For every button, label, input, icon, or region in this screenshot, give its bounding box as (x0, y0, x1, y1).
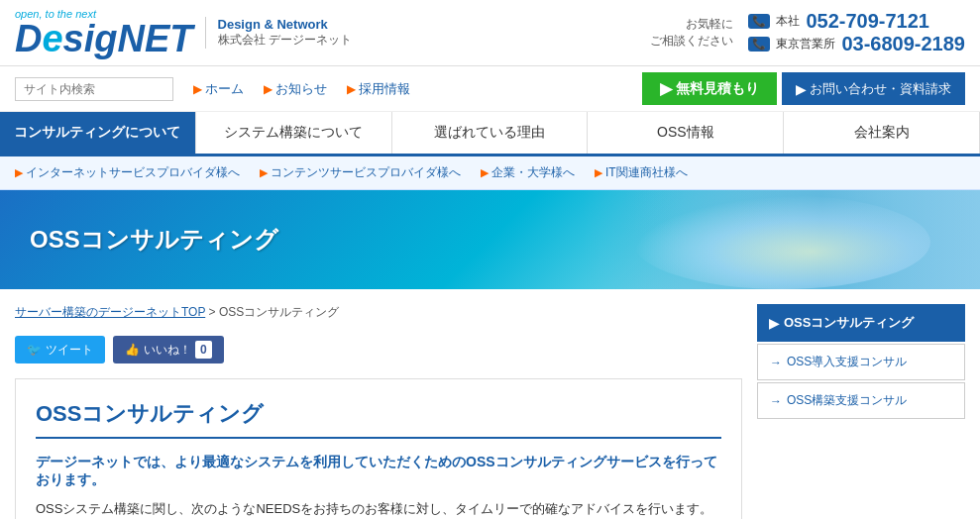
breadcrumb: サーバー構築のデージーネットTOP > OSSコンサルティング (15, 304, 742, 321)
free-quote-arrow-icon: ▶ (660, 79, 672, 98)
tokyo-label: 東京営業所 (776, 36, 835, 52)
sidebar-item-label-0: OSSコンサルティング (784, 314, 914, 332)
nav-item-oss[interactable]: OSS情報 (588, 112, 784, 154)
free-quote-button[interactable]: ▶ 無料見積もり (642, 72, 777, 105)
sub-nav-enterprise-arrow-icon: ▶ (481, 166, 489, 179)
company-name-en: Design & Network (218, 17, 352, 32)
like-count: 0 (195, 341, 212, 359)
sidebar-item-label-2: OSS構築支援コンサル (787, 392, 907, 409)
sub-nav: ▶ インターネットサービスプロバイダ様へ ▶ コンテンツサービスプロバイダ様へ … (0, 156, 980, 190)
recruit-arrow-icon: ▶ (347, 82, 356, 96)
social-buttons: 🐦 ツイート 👍 いいね！ 0 (15, 336, 742, 363)
breadcrumb-current: OSSコンサルティング (219, 305, 339, 319)
sub-nav-enterprise[interactable]: ▶ 企業・大学様へ (481, 164, 575, 181)
nav-item-system[interactable]: システム構築について (196, 112, 392, 154)
inquiry-label: お問い合わせ・資料請求 (810, 80, 951, 98)
sub-nav-isp[interactable]: ▶ インターネットサービスプロバイダ様へ (15, 164, 240, 181)
logo-area: open, to the next DesigNET Design & Netw… (15, 8, 352, 57)
main-nav: コンサルティングについて システム構築について 選ばれている理由 OSS情報 会… (0, 112, 980, 156)
news-arrow-icon: ▶ (264, 82, 272, 96)
sub-nav-isp-arrow-icon: ▶ (15, 166, 23, 179)
sub-nav-it-arrow-icon: ▶ (595, 166, 602, 179)
contact-label1: お気軽に (650, 16, 733, 33)
company-name-jp: 株式会社 デージーネット (218, 32, 352, 49)
sidebar-item-oss-build[interactable]: → OSS構築支援コンサル (757, 382, 965, 419)
sub-nav-it[interactable]: ▶ IT関連商社様へ (595, 164, 688, 181)
hq-phone: 052-709-7121 (806, 10, 929, 33)
page-header: open, to the next DesigNET Design & Netw… (0, 0, 980, 66)
nav-item-company[interactable]: 会社案内 (784, 112, 980, 154)
hero-banner: OSSコンサルティング (0, 190, 980, 289)
thumbs-up-icon: 👍 (125, 343, 140, 357)
breadcrumb-separator: > (209, 305, 219, 319)
hero-gradient (633, 190, 980, 289)
hq-row: 📞 本社 052-709-7121 (748, 10, 965, 33)
sidebar-bullet-icon: ▶ (769, 316, 779, 331)
logo-main: DesigNET (15, 20, 193, 57)
inquiry-arrow-icon: ▶ (796, 81, 807, 97)
nav-item-consulting[interactable]: コンサルティングについて (0, 112, 196, 154)
header-right: お気軽に ご相談ください 📞 本社 052-709-7121 📞 東京営業所 0… (650, 10, 965, 55)
nav-links: ▶ ホーム ▶ お知らせ ▶ 採用情報 (193, 80, 410, 98)
hq-phone-icon: 📞 (748, 14, 770, 29)
nav-item-reason[interactable]: 選ばれている理由 (392, 112, 589, 154)
sidebar-item-oss-consulting[interactable]: ▶ OSSコンサルティング (757, 304, 965, 342)
sidebar-item-label-1: OSS導入支援コンサル (787, 354, 907, 370)
hero-title: OSSコンサルティング (0, 224, 308, 256)
twitter-bird-icon: 🐦 (27, 343, 42, 357)
nav-buttons: ▶ 無料見積もり ▶ お問い合わせ・資料請求 (642, 72, 965, 105)
nav-home-label: ホーム (205, 80, 244, 98)
search-input[interactable] (15, 77, 173, 101)
nav-news[interactable]: ▶ お知らせ (264, 80, 327, 98)
content-box: OSSコンサルティング デージーネットでは、より最適なシステムを利用していただく… (15, 378, 742, 519)
like-label: いいね！ (144, 342, 191, 359)
search-nav-bar: ▶ ホーム ▶ お知らせ ▶ 採用情報 ▶ 無料見積もり ▶ お問い合わせ・資料… (0, 66, 980, 112)
sub-nav-csp-arrow-icon: ▶ (260, 166, 268, 179)
tokyo-row: 📞 東京営業所 03-6809-2189 (748, 33, 965, 55)
logo-wrap: open, to the next DesigNET (15, 8, 193, 57)
sub-nav-csp[interactable]: ▶ コンテンツサービスプロバイダ様へ (260, 164, 461, 181)
logo-company: Design & Network 株式会社 デージーネット (205, 17, 352, 49)
breadcrumb-link[interactable]: サーバー構築のデージーネットTOP (15, 305, 205, 319)
free-quote-label: 無料見積もり (676, 80, 759, 98)
logo-brand-text: DesigNET (15, 20, 193, 57)
sidebar-item-oss-intro[interactable]: → OSS導入支援コンサル (757, 344, 965, 380)
nav-home[interactable]: ▶ ホーム (193, 80, 244, 98)
like-button[interactable]: 👍 いいね！ 0 (113, 336, 224, 363)
content-description: デージーネットでは、より最適なシステムを利用していただくためのOSSコンサルティ… (36, 454, 721, 489)
sidebar-sub-arrow-icon-1: → (770, 394, 782, 408)
tokyo-phone-icon: 📞 (748, 37, 770, 52)
nav-recruit[interactable]: ▶ 採用情報 (347, 80, 410, 98)
tokyo-phone: 03-6809-2189 (841, 33, 965, 55)
content-body: OSSシステム構築に関し、次のようなNEEDSをお持ちのお客様に対し、タイムリー… (36, 499, 721, 519)
tweet-label: ツイート (46, 342, 93, 359)
contact-numbers: 📞 本社 052-709-7121 📞 東京営業所 03-6809-2189 (748, 10, 965, 55)
nav-news-label: お知らせ (275, 80, 327, 98)
sidebar-sub-arrow-icon-0: → (770, 356, 782, 369)
tweet-button[interactable]: 🐦 ツイート (15, 336, 105, 363)
contact-labels: お気軽に ご相談ください (650, 16, 733, 50)
hq-label: 本社 (776, 13, 800, 30)
inquiry-button[interactable]: ▶ お問い合わせ・資料請求 (782, 72, 965, 105)
main-content: サーバー構築のデージーネットTOP > OSSコンサルティング 🐦 ツイート 👍… (15, 304, 742, 519)
contact-label2: ご相談ください (650, 33, 733, 50)
home-arrow-icon: ▶ (193, 82, 202, 96)
content-area: サーバー構築のデージーネットTOP > OSSコンサルティング 🐦 ツイート 👍… (0, 289, 980, 519)
sidebar: ▶ OSSコンサルティング → OSS導入支援コンサル → OSS構築支援コンサ… (757, 304, 965, 519)
content-title: OSSコンサルティング (36, 399, 721, 439)
nav-recruit-label: 採用情報 (359, 80, 410, 98)
